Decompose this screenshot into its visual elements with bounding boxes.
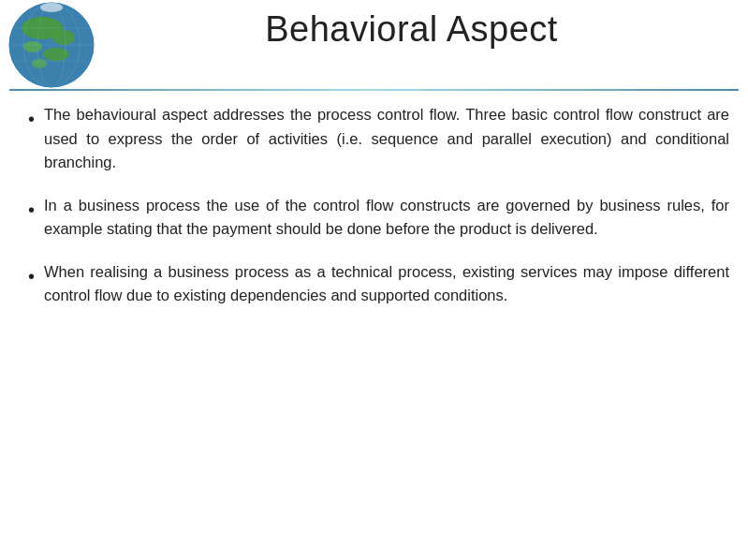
bullet-dot-3: •: [28, 262, 35, 290]
bullet-text-1: The behavioural aspect addresses the pro…: [44, 103, 729, 175]
slide-content: • The behavioural aspect addresses the p…: [28, 103, 729, 541]
title-area: Behavioral Aspect: [0, 0, 748, 50]
bullet-text-3: When realising a business process as a t…: [44, 260, 729, 308]
slide-title: Behavioral Aspect: [75, 9, 748, 50]
bullet-text-2: In a business process the use of the con…: [44, 194, 729, 242]
bullet-dot-1: •: [28, 105, 35, 133]
header-divider: [9, 89, 739, 91]
bullet-dot-2: •: [28, 196, 35, 224]
slide-container: Behavioral Aspect • The behavioural aspe…: [0, 0, 748, 560]
bullet-item-1: • The behavioural aspect addresses the p…: [28, 103, 729, 175]
bullet-item-3: • When realising a business process as a…: [28, 260, 729, 308]
bullet-item-2: • In a business process the use of the c…: [28, 194, 729, 242]
slide-header: Behavioral Aspect: [0, 0, 748, 94]
